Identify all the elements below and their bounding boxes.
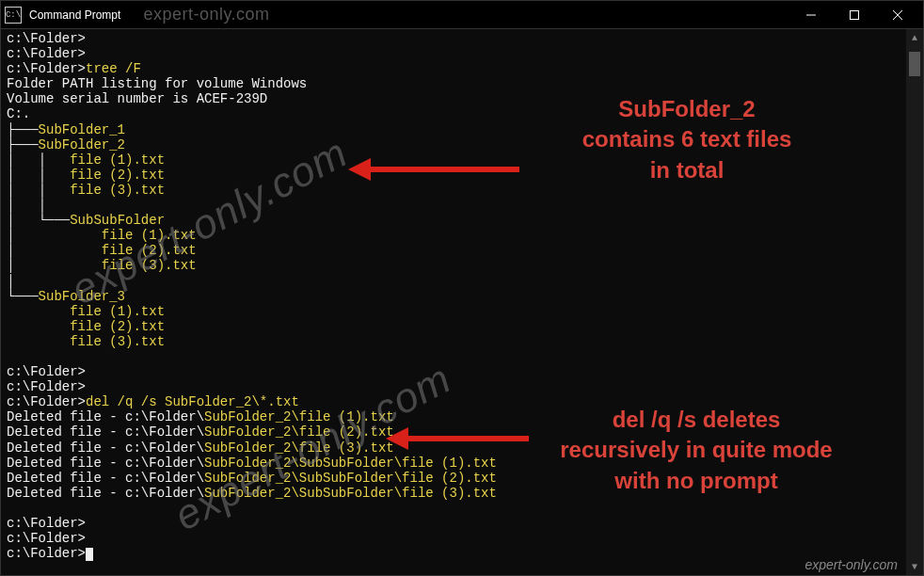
tree-line: file (2).txt [7, 319, 900, 334]
prompt: c:\Folder> [7, 546, 86, 561]
deleted-line: Deleted file - c:\Folder\SubFolder_2\Sub… [7, 471, 900, 486]
prompt: c:\Folder> [7, 531, 86, 546]
window-title: Command Prompt [29, 8, 120, 22]
deleted-line: Deleted file - c:\Folder\SubFolder_2\fil… [7, 440, 900, 456]
watermark-footer: expert-only.com [805, 557, 898, 572]
output-line: Volume serial number is ACEF-239D [7, 91, 900, 106]
prompt: c:\Folder> [7, 394, 86, 409]
tree-line: file (1).txt [7, 304, 900, 319]
deleted-line: Deleted file - c:\Folder\SubFolder_2\fil… [7, 409, 900, 424]
tree-line: │ file (1).txt [7, 228, 900, 243]
deleted-line: Deleted file - c:\Folder\SubFolder_2\fil… [7, 424, 900, 440]
tree-line: file (3).txt [7, 334, 900, 349]
tree-line: │ │ file (3).txt [7, 183, 900, 198]
prompt: c:\Folder> [7, 364, 86, 379]
tree-line: └───SubFolder_3 [7, 289, 900, 304]
tree-line: │ file (3).txt [7, 258, 900, 273]
scroll-up-icon[interactable]: ▲ [906, 29, 923, 46]
tree-line: │ [7, 274, 900, 289]
titlebar-watermark: expert-only.com [143, 5, 269, 24]
command-text: tree /F [86, 61, 141, 76]
scrollbar-thumb[interactable] [909, 52, 920, 76]
prompt: c:\Folder> [7, 379, 86, 394]
window-controls [789, 1, 919, 28]
titlebar[interactable]: C:\ Command Prompt expert-only.com [1, 1, 923, 29]
scrollbar-track[interactable] [906, 46, 923, 558]
cmd-icon: C:\ [5, 7, 22, 24]
scroll-down-icon[interactable]: ▼ [906, 558, 923, 575]
command-prompt-window: C:\ Command Prompt expert-only.com c:\Fo… [0, 0, 924, 576]
tree-line: │ │ file (2).txt [7, 168, 900, 183]
prompt: c:\Folder> [7, 46, 86, 61]
cursor [86, 548, 93, 561]
tree-line: │ │ file (1).txt [7, 152, 900, 168]
tree-line: │ └───SubSubFolder [7, 213, 900, 228]
deleted-line: Deleted file - c:\Folder\SubFolder_2\Sub… [7, 456, 900, 471]
scrollbar[interactable]: ▲ ▼ [906, 29, 923, 575]
tree-line: │ │ [7, 198, 900, 213]
prompt: c:\Folder> [7, 516, 86, 531]
svg-rect-1 [851, 10, 859, 19]
tree-line: ├───SubFolder_1 [7, 122, 900, 137]
maximize-button[interactable] [833, 1, 876, 28]
terminal-area: c:\Folder>c:\Folder>c:\Folder>tree /FFol… [1, 29, 923, 575]
command-text: del /q /s SubFolder_2\*.txt [86, 394, 299, 409]
close-button[interactable] [876, 1, 919, 28]
prompt: c:\Folder> [7, 31, 86, 46]
tree-line: │ file (2).txt [7, 243, 900, 258]
output-line: C:. [7, 106, 900, 121]
minimize-button[interactable] [789, 1, 833, 28]
prompt: c:\Folder> [7, 61, 86, 76]
deleted-line: Deleted file - c:\Folder\SubFolder_2\Sub… [7, 486, 900, 501]
tree-line: ├───SubFolder_2 [7, 137, 900, 152]
terminal-output[interactable]: c:\Folder>c:\Folder>c:\Folder>tree /FFol… [1, 29, 906, 575]
output-line: Folder PATH listing for volume Windows [7, 76, 900, 91]
